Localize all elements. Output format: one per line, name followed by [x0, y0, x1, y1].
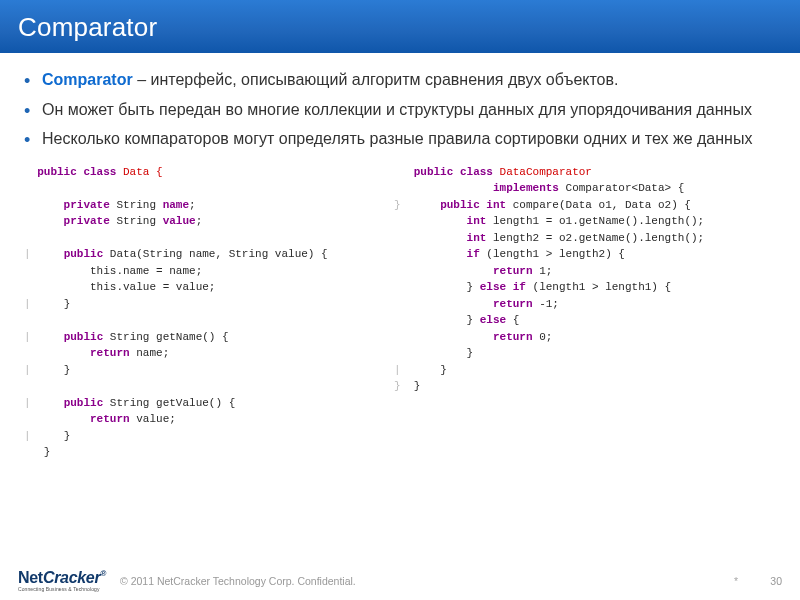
- code-block-left: public class Data { private String name;…: [24, 164, 370, 461]
- bullet-list: Comparator – интерфейс, описывающий алго…: [24, 67, 776, 156]
- logo-text-b: Cracker: [43, 569, 101, 586]
- footer-star: *: [714, 575, 758, 587]
- logo-main: NetCracker®: [18, 570, 106, 586]
- bullet-item: Он может быть передан во многие коллекци…: [24, 97, 776, 127]
- bullet-text: Несколько компараторов могут определять …: [42, 130, 752, 147]
- bullet-item: Comparator – интерфейс, описывающий алго…: [24, 67, 776, 97]
- logo-text-a: Net: [18, 569, 43, 586]
- code-row: public class Data { private String name;…: [24, 164, 776, 461]
- slide-body: Comparator – интерфейс, описывающий алго…: [0, 53, 800, 600]
- footer: NetCracker® Connecting Business & Techno…: [0, 562, 800, 600]
- logo: NetCracker® Connecting Business & Techno…: [18, 570, 106, 592]
- page-number: 30: [758, 575, 782, 587]
- slide-title: Comparator: [0, 0, 800, 53]
- bullet-text: Он может быть передан во многие коллекци…: [42, 101, 752, 118]
- logo-tagline: Connecting Business & Technology: [18, 587, 106, 592]
- footer-copyright: © 2011 NetCracker Technology Corp. Confi…: [106, 575, 714, 587]
- bullet-item: Несколько компараторов могут определять …: [24, 126, 776, 156]
- bullet-text: – интерфейс, описывающий алгоритм сравне…: [133, 71, 619, 88]
- slide: Comparator Comparator – интерфейс, описы…: [0, 0, 800, 600]
- code-block-right: public class DataComparator implements C…: [394, 164, 776, 461]
- bullet-emph: Comparator: [42, 71, 133, 88]
